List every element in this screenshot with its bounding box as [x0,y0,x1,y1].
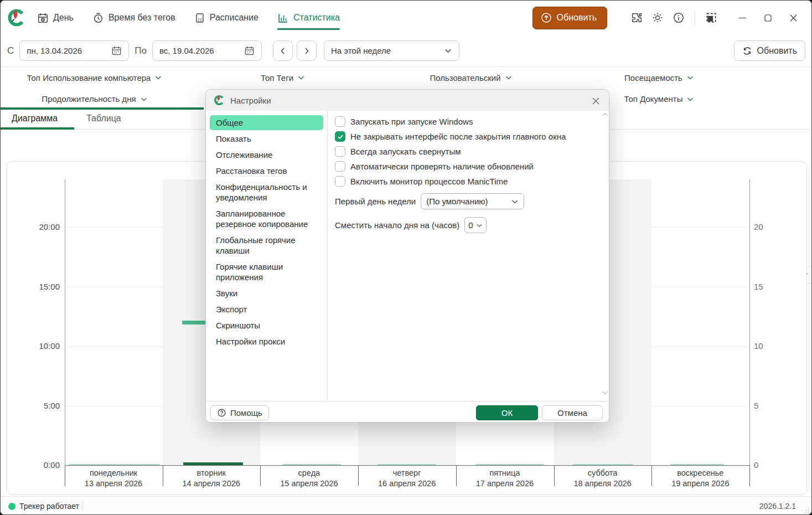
x-axis [65,465,750,466]
scroll-up-icon[interactable] [602,112,608,117]
keep-interface-checkbox[interactable] [335,131,345,142]
settings-footer: Помощь ОК Отмена [206,401,609,423]
range-preset-select[interactable]: На этой неделе [324,40,459,61]
settings-sidebar: Общее Показать Отслеживание Расстановка … [206,111,328,401]
bar-tuesday-baseline[interactable] [183,462,243,465]
chevron-left-icon [279,47,287,55]
chart-select-custom[interactable]: Пользовательский [377,67,565,88]
option-label: Запускать при запуске Windows [350,117,473,126]
run-at-startup-checkbox[interactable] [335,116,345,127]
chevron-down-icon [140,95,148,103]
settings-nav-tracking[interactable]: Отслеживание [210,147,323,162]
app-version: 2026.1.2.1 [759,502,796,511]
chevron-down-icon [511,198,519,205]
settings-nav-export[interactable]: Экспорт [210,302,323,317]
settings-content: Запускать при запуске Windows Не закрыва… [328,111,609,401]
scroll-down-icon[interactable] [602,390,608,395]
settings-nav-screenshots[interactable]: Скриншоты [210,318,323,333]
settings-nav-general[interactable]: Общее [210,115,323,130]
app-logo-icon [7,8,26,27]
calendar-icon[interactable] [244,45,255,56]
minimize-button[interactable] [730,7,755,29]
from-date-input[interactable] [27,46,104,55]
bar-thursday-baseline[interactable] [377,464,436,466]
chart-select-attendance[interactable]: Посещаемость [565,67,753,88]
maximize-button[interactable] [755,7,780,29]
settings-nav-backup[interactable]: Запланированное резервное копирование [210,206,323,231]
tab-untagged-label: Время без тегов [108,13,175,23]
range-preset-value: На этой неделе [331,46,391,55]
process-monitor-checkbox[interactable] [335,176,345,187]
day-shift-row: Сместить начало дня на (часов) 0 [335,217,602,233]
settings-nav-sounds[interactable]: Звуки [210,286,323,301]
next-period-button[interactable] [297,40,317,61]
chart-select-top-tags[interactable]: Топ Теги [189,67,377,88]
bar-wednesday-baseline[interactable] [282,464,341,466]
plugins-button[interactable] [626,7,647,28]
settings-dialog-titlebar[interactable]: Настройки [206,90,609,111]
snip-region-button[interactable] [701,7,722,28]
chart-select-label: Продолжительность дня [42,94,136,104]
tab-diagram[interactable]: Диаграмма [12,114,58,123]
settings-nav-app-hotkeys[interactable]: Горячие клавиши приложения [210,259,323,285]
tab-schedule[interactable]: Расписание [194,1,258,35]
ok-button[interactable]: ОК [476,405,538,420]
bar-sunday-baseline[interactable] [670,464,724,466]
top-bar: День Время без тегов Расписание Статисти… [1,1,811,35]
main-tabs: День Время без тегов Расписание Статисти… [37,1,340,35]
to-date-field[interactable] [152,40,262,61]
close-button[interactable] [780,7,806,29]
settings-dialog: Настройки Общее Показать Отслеживание Ра… [205,89,609,423]
ytick-right: 15 [754,282,763,291]
upload-circle-icon [541,12,552,23]
chevron-down-icon [505,74,513,81]
first-day-select[interactable]: (По умолчанию) [421,193,524,209]
start-minimized-checkbox[interactable] [335,146,345,157]
cancel-button[interactable]: Отмена [542,405,603,420]
bar-chart-icon [277,12,289,24]
y-axis-right [749,179,750,465]
auto-updates-checkbox[interactable] [335,161,345,172]
refresh-data-button[interactable]: Обновить [734,40,805,61]
option-label: Не закрывать интерфейс после закрытия гл… [350,132,566,141]
option-auto-updates: Автоматически проверять наличие обновлен… [335,161,602,172]
to-date-input[interactable] [159,46,237,55]
bar-friday-baseline[interactable] [475,464,544,466]
resize-grip[interactable] [802,506,810,514]
bar-monday-baseline[interactable] [69,464,160,466]
chart-select-day-length[interactable]: Продолжительность дня [1,88,189,110]
settings-nav-proxy[interactable]: Настройки прокси [210,334,323,349]
tracker-status-icon [8,503,15,510]
check-icon [337,133,344,140]
settings-button[interactable] [647,7,668,28]
date-range-bar: С По На этой неделе [1,35,811,67]
document-icon [194,12,205,24]
settings-nav-privacy[interactable]: Конфиденциальность и уведомления [210,179,323,205]
day-shift-select[interactable]: 0 [464,217,487,233]
chart-select-computer-usage[interactable]: Топ Использование компьютера [1,67,189,88]
tab-untagged-time[interactable]: Время без тегов [92,1,175,35]
update-app-button[interactable]: Обновить [532,7,607,29]
first-day-row: Первый день недели (По умолчанию) [335,193,602,209]
ytick-left: 10:00 [27,341,60,351]
x-label-tuesday: вторник14 апреля 2026 [163,468,260,489]
status-bar: Трекер работает 2026.1.2.1 [1,496,811,515]
from-date-field[interactable] [19,40,129,61]
ytick-right: 20 [754,222,763,231]
ytick-left: 0:00 [27,460,60,470]
y-axis-left [65,179,65,465]
tab-table[interactable]: Таблица [86,114,121,123]
calendar-icon[interactable] [111,45,122,56]
settings-close-button[interactable] [589,94,602,107]
settings-nav-tagging[interactable]: Расстановка тегов [210,163,323,178]
tab-day[interactable]: День [37,1,74,35]
settings-nav-show[interactable]: Показать [210,131,323,146]
help-button[interactable]: Помощь [210,405,269,420]
settings-nav-global-hotkeys[interactable]: Глобальные горячие клавиши [210,233,323,258]
tab-statistics[interactable]: Статистика [277,1,340,35]
option-process-monitor: Включить монитор процессов ManicTime [335,176,602,187]
prev-period-button[interactable] [273,40,293,61]
bar-saturday-baseline[interactable] [573,464,633,466]
about-button[interactable] [668,7,689,28]
app-window: День Время без тегов Расписание Статисти… [0,0,812,515]
